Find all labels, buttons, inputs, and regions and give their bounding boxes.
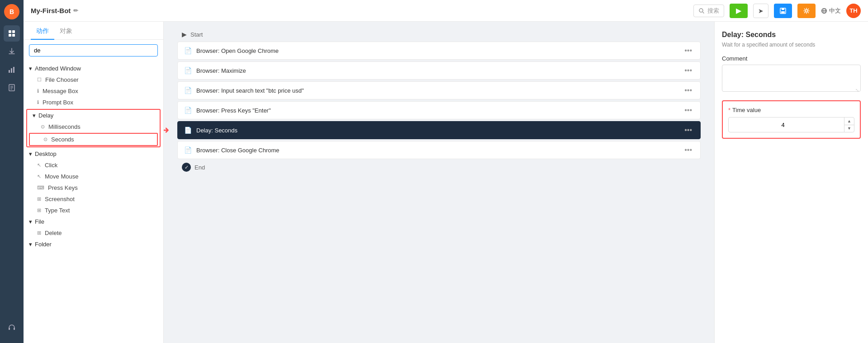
item-label: Move Mouse (45, 173, 78, 180)
item-prompt-box[interactable]: ℹ Prompt Box (24, 97, 163, 108)
step-doc-icon: 📄 (184, 67, 192, 74)
svg-rect-14 (14, 328, 15, 330)
group-desktop-header[interactable]: ▾ Desktop (24, 148, 163, 160)
step-3[interactable]: 📄 Browser: Input search text "btc price … (177, 81, 701, 99)
step-label: Browser: Input search text "btc price us… (196, 87, 683, 94)
item-click[interactable]: ↖ Click (24, 160, 163, 171)
group-folder-header[interactable]: ▾ Folder (24, 239, 163, 250)
svg-line-16 (703, 12, 704, 13)
item-label: Press Keys (48, 184, 78, 191)
nav-actions-icon[interactable] (4, 25, 20, 42)
gear-icon (803, 7, 810, 14)
group-label: Folder (35, 241, 52, 248)
step-2[interactable]: 📄 Browser: Maximize ••• (177, 61, 701, 80)
bot-name: My-First-Bot (31, 7, 71, 14)
bot-title: My-First-Bot ✏ (31, 7, 78, 14)
item-message-box[interactable]: ℹ Message Box (24, 85, 163, 97)
step-5[interactable]: 📄 Delay: Seconds ••• (177, 121, 701, 139)
chevron-down-icon: ▾ (29, 150, 32, 157)
svg-rect-6 (9, 70, 10, 73)
item-move-mouse[interactable]: ↖ Move Mouse (24, 171, 163, 182)
step-doc-icon: 📄 (184, 107, 192, 114)
nav-button[interactable]: ➤ (753, 4, 768, 18)
nav-headset-icon[interactable] (4, 320, 20, 336)
svg-rect-8 (13, 67, 14, 73)
top-bar: My-First-Bot ✏ 搜索 ▶ ➤ (24, 0, 868, 22)
group-label: File (35, 218, 44, 225)
item-label: Type Text (45, 207, 70, 214)
type-text-icon: ⊞ (37, 207, 41, 213)
step-label: Browser: Close Google Chrome (196, 147, 683, 154)
step-more-button[interactable]: ••• (683, 126, 694, 134)
nav-document-icon[interactable] (4, 80, 20, 96)
end-check-icon: ✓ (182, 163, 191, 172)
nav-download-icon[interactable] (4, 43, 20, 60)
item-label: Seconds (51, 136, 74, 143)
right-panel: Delay: Seconds Wait for a specified amou… (714, 22, 868, 343)
workflow-content: ▶ Start 📄 Browser: Open Google Chrome ••… (164, 22, 714, 181)
spinner-up-button[interactable]: ▲ (844, 117, 854, 125)
group-file-header[interactable]: ▾ File (24, 216, 163, 227)
step-label: Browser: Open Google Chrome (196, 47, 683, 54)
press-keys-icon: ⌨ (37, 185, 44, 191)
avatar[interactable]: TH (846, 4, 861, 18)
item-milliseconds[interactable]: ⊙ Milliseconds (27, 121, 160, 132)
group-label: Attended Window (35, 65, 81, 72)
edit-bot-icon[interactable]: ✏ (73, 7, 78, 14)
item-screenshot[interactable]: ⊞ Screenshot (24, 193, 163, 205)
group-desktop: ▾ Desktop ↖ Click ↖ Move Mouse ⌨ Press K… (24, 148, 163, 216)
search-icon (698, 8, 705, 14)
comment-textarea[interactable] (722, 65, 861, 92)
required-marker: * (728, 107, 730, 113)
group-attended-window-header[interactable]: ▾ Attended Window (24, 63, 163, 74)
item-file-chooser[interactable]: ☐ File Chooser (24, 74, 163, 85)
step-more-button[interactable]: ••• (683, 66, 694, 75)
item-seconds[interactable]: ⊙ Seconds (30, 134, 157, 145)
svg-rect-13 (9, 328, 10, 330)
time-value-input[interactable] (729, 119, 844, 131)
item-label: File Chooser (45, 76, 79, 83)
group-attended-window: ▾ Attended Window ☐ File Chooser ℹ Messa… (24, 63, 163, 108)
top-search-box[interactable]: 搜索 (693, 5, 724, 17)
settings-button[interactable] (797, 4, 816, 18)
step-6[interactable]: 📄 Browser: Close Google Chrome ••• (177, 141, 701, 159)
workflow-area: ▶ Start 📄 Browser: Open Google Chrome ••… (164, 22, 714, 343)
chevron-down-icon: ▾ (29, 65, 32, 72)
run-button[interactable]: ▶ (730, 4, 748, 18)
spinner-down-button[interactable]: ▼ (844, 125, 854, 132)
tab-actions[interactable]: 动作 (31, 23, 54, 40)
item-label: Message Box (43, 88, 78, 94)
item-label: Click (45, 162, 57, 169)
step-1[interactable]: 📄 Browser: Open Google Chrome ••• (177, 42, 701, 60)
group-delay-box: ▾ Delay ⊙ Milliseconds ⊙ Seconds (26, 109, 161, 147)
svg-rect-2 (9, 30, 11, 33)
time-value-text: Time value (732, 107, 761, 113)
app-logo[interactable]: B (4, 4, 20, 20)
sidebar-search-input[interactable] (29, 44, 158, 56)
chevron-right-icon: ▾ (29, 241, 32, 248)
step-more-button[interactable]: ••• (683, 86, 694, 94)
step-doc-icon: 📄 (184, 146, 192, 154)
group-delay-header[interactable]: ▾ Delay (27, 110, 160, 121)
body-row: 动作 对象 ▾ Attended Window ☐ File Chooser (24, 22, 868, 343)
item-delete[interactable]: ⊞ Delete (24, 227, 163, 239)
prompt-box-icon: ℹ (37, 99, 39, 105)
nav-chart-icon[interactable] (4, 61, 20, 78)
resize-handle-icon: ⤡ (855, 88, 860, 92)
item-type-text[interactable]: ⊞ Type Text (24, 205, 163, 216)
tab-objects[interactable]: 对象 (54, 23, 78, 40)
step-more-button[interactable]: ••• (683, 106, 694, 114)
svg-point-15 (699, 9, 703, 12)
step-4[interactable]: 📄 Browser: Press Keys "Enter" ••• (177, 101, 701, 119)
file-chooser-icon: ☐ (37, 77, 42, 83)
step-more-button[interactable]: ••• (683, 146, 694, 154)
language-button[interactable]: 中文 (821, 7, 841, 15)
group-label: Delay (38, 112, 53, 119)
seconds-item-box: ⊙ Seconds (29, 133, 158, 146)
item-press-keys[interactable]: ⌨ Press Keys (24, 182, 163, 193)
time-value-spinners: ▲ ▼ (844, 117, 854, 132)
chevron-down-icon: ▾ (33, 112, 36, 119)
click-icon: ↖ (37, 162, 41, 168)
step-more-button[interactable]: ••• (683, 47, 694, 55)
save-button[interactable] (774, 4, 792, 18)
